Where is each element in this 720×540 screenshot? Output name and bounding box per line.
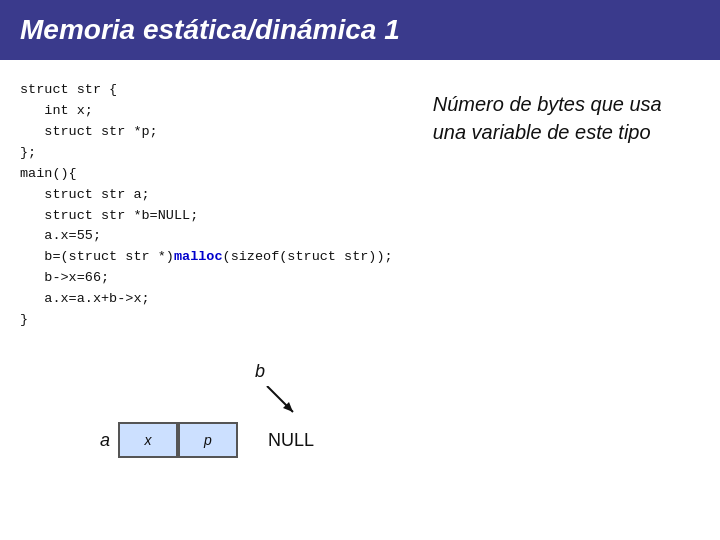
code-line-3: struct str *p;: [20, 124, 158, 139]
a-pointer-label: a: [100, 430, 110, 451]
code-line-6: struct str a;: [20, 187, 150, 202]
b-arrow: [265, 386, 315, 416]
code-line-2: int x;: [20, 103, 93, 118]
memory-row: a x p NULL: [100, 422, 314, 458]
code-line-11: a.x=a.x+b->x;: [20, 291, 150, 306]
code-line-4: };: [20, 145, 36, 160]
code-line-12: }: [20, 312, 28, 327]
code-line-8: a.x=55;: [20, 228, 101, 243]
cell-p: p: [178, 422, 238, 458]
code-and-annotation: struct str { int x; struct str *p; }; ma…: [20, 80, 700, 331]
code-block: struct str { int x; struct str *p; }; ma…: [20, 80, 393, 331]
memory-diagram: b a x p NULL: [20, 361, 700, 458]
b-pointer-label: b: [255, 361, 265, 382]
annotation-text: Número de bytes que usauna variable de e…: [433, 90, 662, 146]
code-line-5: main(){: [20, 166, 77, 181]
code-line-10: b->x=66;: [20, 270, 109, 285]
slide-title: Memoria estática/dinámica 1: [20, 14, 400, 45]
cell-x: x: [118, 422, 178, 458]
code-line-7: struct str *b=NULL;: [20, 208, 198, 223]
code-line-9: b=(struct str *)malloc(sizeof(struct str…: [20, 249, 393, 264]
slide-header: Memoria estática/dinámica 1: [0, 0, 720, 60]
slide-content: struct str { int x; struct str *p; }; ma…: [0, 60, 720, 458]
null-label: NULL: [268, 430, 314, 451]
code-line-1: struct str {: [20, 82, 117, 97]
